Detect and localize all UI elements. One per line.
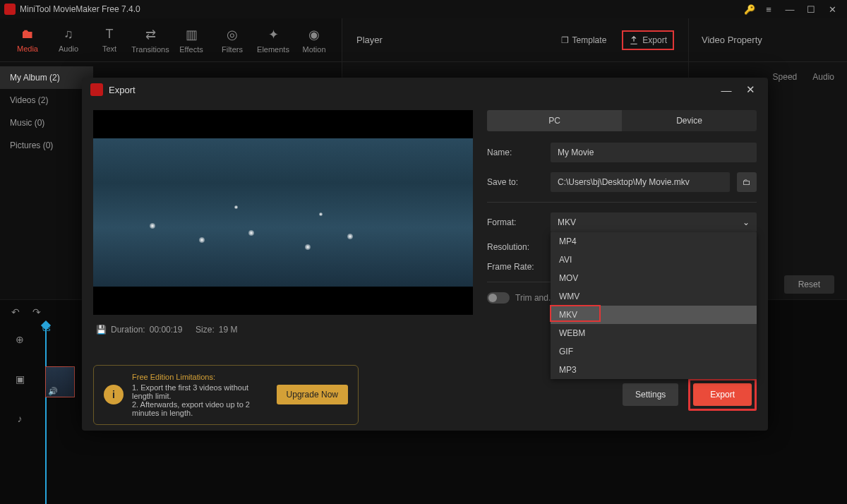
size-value: 19 M <box>219 325 238 335</box>
resolution-label: Resolution: <box>487 242 543 252</box>
limit-line2: 2. Afterwards, export video up to 2 minu… <box>132 400 268 417</box>
filters-icon: ◎ <box>212 27 253 42</box>
export-button[interactable]: Export <box>693 383 752 406</box>
export-button-highlight: Export <box>688 378 757 411</box>
chevron-down-icon: ⌄ <box>743 217 750 227</box>
media-nav: My Album (2) Videos (2) Music (0) Pictur… <box>0 62 93 157</box>
export-top-label: Export <box>642 35 667 45</box>
undo-button[interactable]: ↶ <box>11 306 20 318</box>
key-icon[interactable]: 🔑 <box>744 4 755 15</box>
trim-toggle[interactable] <box>487 292 510 304</box>
close-button[interactable]: ✕ <box>822 4 843 15</box>
export-button-top[interactable]: Export <box>622 30 674 50</box>
tab-audio-label: Audio <box>59 44 78 53</box>
export-icon <box>629 35 639 45</box>
tab-elements[interactable]: ✦Elements <box>253 27 294 54</box>
saveto-input[interactable] <box>551 172 730 192</box>
tab-transitions-label: Transitions <box>131 45 169 54</box>
tab-transitions[interactable]: ⇄Transitions <box>130 27 171 54</box>
disk-icon: 💾 <box>96 325 107 335</box>
menu-icon[interactable]: ≡ <box>758 4 779 15</box>
tab-effects-label: Effects <box>179 45 203 54</box>
transition-icon: ⇄ <box>130 27 171 42</box>
app-title: MiniTool MovieMaker Free 7.4.0 <box>20 4 744 14</box>
name-label: Name: <box>487 148 543 157</box>
template-button[interactable]: ❐Template <box>555 32 613 49</box>
settings-button[interactable]: Settings <box>623 383 678 406</box>
format-dropdown: MP4 AVI MOV WMV MKV WEBM GIF MP3 <box>551 232 757 379</box>
nav-my-album[interactable]: My Album (2) <box>0 66 93 89</box>
add-track-button[interactable]: ⊕ <box>16 334 24 345</box>
text-icon: T <box>89 27 130 42</box>
export-form: PC Device Name: Save to: 🗀 Format: MKV ⌄ <box>487 110 757 370</box>
template-label: Template <box>572 35 607 45</box>
format-option-mov[interactable]: MOV <box>551 269 757 287</box>
saveto-label: Save to: <box>487 177 543 187</box>
player-header: Player ❐Template Export <box>342 18 688 62</box>
app-logo <box>4 4 16 15</box>
playhead[interactable] <box>45 324 47 504</box>
clip-audio-icon: 🔊 <box>48 387 58 396</box>
format-option-wmv[interactable]: WMV <box>551 287 757 306</box>
dialog-minimize[interactable]: — <box>717 84 735 96</box>
format-select[interactable]: MKV ⌄ MP4 AVI MOV WMV MKV WEBM GIF MP3 <box>551 212 757 232</box>
dialog-logo <box>90 83 103 96</box>
format-label: Format: <box>487 217 543 227</box>
tab-media[interactable]: 🖿Media <box>7 27 48 53</box>
duration-label: Duration: <box>111 325 145 335</box>
name-input[interactable] <box>551 143 757 162</box>
limitation-box: i Free Edition Limitations: 1. Export th… <box>93 365 359 425</box>
player-label: Player <box>356 35 383 45</box>
music-icon: ♫ <box>48 27 89 42</box>
duration-value: 00:00:19 <box>150 325 183 335</box>
limit-header: Free Edition Limitations: <box>132 373 268 381</box>
motion-icon: ◉ <box>294 27 335 42</box>
format-option-avi[interactable]: AVI <box>551 251 757 269</box>
dialog-titlebar: Export — ✕ <box>82 78 768 102</box>
tab-filters[interactable]: ◎Filters <box>212 27 253 54</box>
tab-effects[interactable]: ▥Effects <box>171 27 212 54</box>
format-option-mp3[interactable]: MP3 <box>551 361 757 379</box>
preview-image <box>93 110 473 315</box>
tab-motion[interactable]: ◉Motion <box>294 27 335 54</box>
maximize-button[interactable]: ☐ <box>800 4 822 15</box>
trim-label: Trim and... <box>515 293 555 303</box>
export-preview: 💾 Duration: 00:00:19 Size: 19 M <box>93 110 473 370</box>
nav-pictures[interactable]: Pictures (0) <box>0 134 93 157</box>
folder-icon: 🗀 <box>743 177 751 187</box>
format-option-mkv[interactable]: MKV <box>551 306 757 324</box>
video-clip[interactable]: 🔊 <box>45 366 75 397</box>
upgrade-button[interactable]: Upgrade Now <box>277 385 348 404</box>
tab-text-label: Text <box>102 44 116 53</box>
prop-tab-speed[interactable]: Speed <box>773 72 798 82</box>
reset-button[interactable]: Reset <box>784 275 834 294</box>
export-target-tabs: PC Device <box>487 110 757 131</box>
nav-music[interactable]: Music (0) <box>0 112 93 134</box>
preview-info: 💾 Duration: 00:00:19 Size: 19 M <box>93 315 473 344</box>
browse-button[interactable]: 🗀 <box>737 172 757 192</box>
tab-pc[interactable]: PC <box>487 110 622 131</box>
limit-line1: 1. Export the first 3 videos without len… <box>132 383 268 400</box>
tab-media-label: Media <box>17 44 38 53</box>
format-option-mp4[interactable]: MP4 <box>551 232 757 251</box>
format-option-webm[interactable]: WEBM <box>551 324 757 342</box>
top-tabs: 🖿Media ♫Audio TText ⇄Transitions ▥Effect… <box>0 18 342 62</box>
minimize-button[interactable]: — <box>779 4 800 15</box>
redo-button[interactable]: ↷ <box>32 306 41 318</box>
folder-icon: 🖿 <box>7 27 48 42</box>
size-label: Size: <box>196 325 215 335</box>
tab-device[interactable]: Device <box>622 110 757 131</box>
dialog-close[interactable]: ✕ <box>741 83 759 96</box>
info-icon: i <box>104 385 124 404</box>
titlebar: MiniTool MovieMaker Free 7.4.0 🔑 ≡ — ☐ ✕ <box>0 0 847 18</box>
audio-track-icon: ♪ <box>18 413 23 424</box>
video-track-icon: ▣ <box>16 373 25 385</box>
format-value: MKV <box>558 217 576 227</box>
tab-audio[interactable]: ♫Audio <box>48 27 89 53</box>
format-option-gif[interactable]: GIF <box>551 342 757 361</box>
framerate-label: Frame Rate: <box>487 262 543 272</box>
video-property-label: Video Property <box>689 18 847 62</box>
tab-text[interactable]: TText <box>89 27 130 53</box>
nav-videos[interactable]: Videos (2) <box>0 89 93 112</box>
prop-tab-audio[interactable]: Audio <box>812 72 834 82</box>
